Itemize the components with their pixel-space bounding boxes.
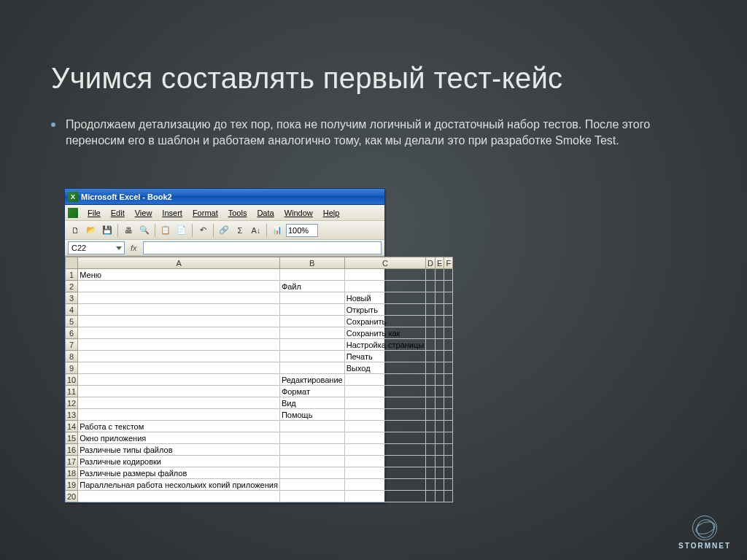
cell[interactable] — [426, 269, 436, 281]
cell[interactable] — [444, 351, 453, 362]
cell[interactable] — [436, 362, 444, 374]
cell[interactable] — [426, 409, 436, 421]
table-row[interactable]: 2Файл — [66, 281, 453, 292]
cell[interactable] — [279, 292, 344, 304]
cell[interactable] — [436, 444, 444, 456]
menu-format[interactable]: Format — [187, 207, 223, 219]
cell[interactable] — [344, 269, 425, 281]
menu-tools[interactable]: Tools — [223, 207, 252, 219]
cell[interactable] — [426, 292, 436, 304]
cell[interactable] — [436, 292, 444, 304]
row-header[interactable]: 15 — [66, 432, 78, 444]
cell[interactable] — [279, 456, 344, 467]
cell[interactable]: Помощь — [279, 409, 344, 421]
cell[interactable] — [426, 316, 436, 327]
cell[interactable] — [78, 351, 280, 362]
table-row[interactable]: 19Параллельная работа нескольких копий п… — [66, 479, 453, 491]
table-row[interactable]: 8Печать — [66, 351, 453, 362]
cell[interactable]: Меню — [78, 269, 280, 281]
col-header-B[interactable]: B — [279, 257, 344, 269]
cell[interactable] — [436, 281, 444, 292]
undo-icon[interactable]: ↶ — [196, 223, 210, 238]
table-row[interactable]: 10Редактирование — [66, 374, 453, 386]
col-header-A[interactable]: A — [78, 257, 280, 269]
cell[interactable]: Окно приложения — [78, 432, 280, 444]
menu-view[interactable]: View — [130, 207, 158, 219]
row-header[interactable]: 19 — [66, 479, 78, 491]
cell[interactable] — [344, 444, 425, 456]
col-header-E[interactable]: E — [436, 257, 444, 269]
cell[interactable] — [436, 386, 444, 397]
cell[interactable] — [444, 467, 453, 479]
cell[interactable] — [436, 316, 444, 327]
cell[interactable] — [279, 432, 344, 444]
cell[interactable]: Различные типы файлов — [78, 444, 280, 456]
row-header[interactable]: 4 — [66, 304, 78, 316]
cell[interactable] — [279, 327, 344, 339]
cell[interactable] — [436, 432, 444, 444]
row-header[interactable]: 5 — [66, 316, 78, 327]
cell[interactable]: Различные размеры файлов — [78, 467, 280, 479]
row-header[interactable]: 20 — [66, 491, 78, 502]
cell[interactable]: Новый — [344, 292, 425, 304]
cell[interactable]: Файл — [279, 281, 344, 292]
cell[interactable] — [279, 479, 344, 491]
cell[interactable] — [344, 386, 425, 397]
cell[interactable] — [279, 421, 344, 432]
cell[interactable] — [344, 467, 425, 479]
print-icon[interactable]: 🖶 — [121, 223, 136, 238]
row-header[interactable]: 7 — [66, 339, 78, 351]
cell[interactable] — [344, 479, 425, 491]
row-header[interactable]: 16 — [66, 444, 78, 456]
row-header[interactable]: 13 — [66, 409, 78, 421]
cell[interactable] — [344, 456, 425, 467]
cell[interactable] — [436, 479, 444, 491]
window-titlebar[interactable]: X Microsoft Excel - Book2 — [65, 189, 384, 205]
formula-bar[interactable] — [143, 241, 382, 254]
menu-insert[interactable]: Insert — [157, 207, 187, 219]
cell[interactable] — [78, 409, 280, 421]
cell[interactable] — [279, 491, 344, 502]
cell[interactable] — [78, 362, 280, 374]
cell[interactable] — [279, 304, 344, 316]
cell[interactable] — [78, 292, 280, 304]
row-header[interactable]: 18 — [66, 467, 78, 479]
cell[interactable]: Сохранить — [344, 316, 425, 327]
cell[interactable] — [444, 374, 453, 386]
new-doc-icon[interactable]: 🗋 — [68, 223, 82, 238]
cell[interactable] — [78, 491, 280, 502]
select-all-corner[interactable] — [66, 257, 78, 269]
cell[interactable] — [344, 491, 425, 502]
copy-icon[interactable]: 📋 — [158, 223, 173, 238]
cell[interactable] — [436, 304, 444, 316]
cell[interactable] — [279, 339, 344, 351]
cell[interactable] — [436, 374, 444, 386]
cell[interactable] — [78, 339, 280, 351]
table-row[interactable]: 12Вид — [66, 397, 453, 409]
cell[interactable] — [436, 327, 444, 339]
cell[interactable] — [426, 351, 436, 362]
zoom-selector[interactable]: 100% — [286, 224, 318, 237]
cell[interactable]: Открыть — [344, 304, 425, 316]
cell[interactable] — [426, 304, 436, 316]
cell[interactable] — [436, 456, 444, 467]
fx-icon[interactable]: fx — [128, 244, 140, 252]
save-icon[interactable]: 💾 — [100, 223, 115, 238]
table-row[interactable]: 4Открыть — [66, 304, 453, 316]
table-row[interactable]: 6Сохранить как — [66, 327, 453, 339]
cell[interactable] — [444, 386, 453, 397]
table-row[interactable]: 14Работа с текстом — [66, 421, 453, 432]
paste-icon[interactable]: 📄 — [174, 223, 189, 238]
row-header[interactable]: 12 — [66, 397, 78, 409]
table-row[interactable]: 1Меню — [66, 269, 453, 281]
open-icon[interactable]: 📂 — [84, 223, 98, 238]
cell[interactable] — [78, 397, 280, 409]
table-row[interactable]: 7Настройка страницы — [66, 339, 453, 351]
hyperlink-icon[interactable]: 🔗 — [217, 223, 231, 238]
cell[interactable] — [426, 339, 436, 351]
cell[interactable] — [279, 444, 344, 456]
cell[interactable] — [426, 281, 436, 292]
cell[interactable] — [444, 269, 453, 281]
cell[interactable]: Редактирование — [279, 374, 344, 386]
row-header[interactable]: 9 — [66, 362, 78, 374]
